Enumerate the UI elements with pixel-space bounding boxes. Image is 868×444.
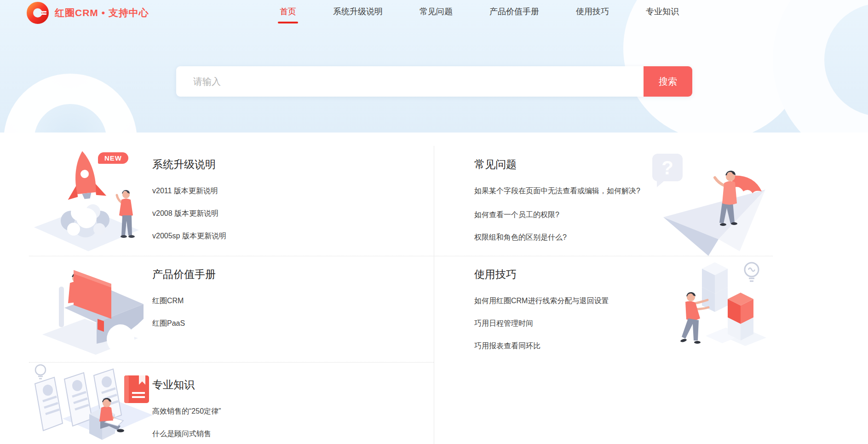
section-title: 专业知识 [152,377,401,392]
search-bar: 搜索 [176,66,692,97]
brand-title: 红圈CRM • 支持中心 [55,6,149,19]
support-center-page: CRM 红圈CRM • 支持中心 首页 系统升级说明 常见问题 产品价值手册 使… [0,0,868,444]
active-nav-underline [278,22,298,23]
article-link[interactable]: 红圈CRM [152,296,401,306]
search-button[interactable]: 搜索 [644,66,692,97]
section-title: 系统升级说明 [152,157,401,172]
article-link[interactable]: 权限组和角色的区别是什么? [474,232,655,242]
svg-text:?: ? [661,157,673,179]
search-input[interactable] [176,66,644,97]
nav-item-product-value[interactable]: 产品价值手册 [489,0,539,26]
rocket-launch-illustration [31,148,144,252]
new-badge: NEW [98,152,128,164]
column-divider [434,146,434,444]
article-link[interactable]: 如果某个字段在页面中无法查看或编辑，如何解决? [474,186,655,196]
svg-text:CRM: CRM [41,12,46,14]
nav-item-tips[interactable]: 使用技巧 [576,0,609,26]
section-faq: 常见问题 如果某个字段在页面中无法查看或编辑，如何解决? 如何查看一个员工的权限… [474,157,655,255]
article-link[interactable]: 红圈PaaS [152,318,401,329]
section-title: 常见问题 [474,157,655,172]
section-system-upgrade: 系统升级说明 v2011 版本更新说明 v2008 版本更新说明 v2005sp… [152,157,401,254]
red-ring-logo-icon: CRM [26,1,49,24]
brand-logo[interactable]: CRM 红圈CRM • 支持中心 [26,1,149,24]
article-link[interactable]: v2008 版本更新说明 [152,208,401,219]
building-blocks-illustration [661,258,766,351]
nav-item-faq[interactable]: 常见问题 [420,0,453,26]
decorative-ring [773,0,868,133]
nav-item-system-upgrade[interactable]: 系统升级说明 [333,0,383,26]
row-divider [29,362,434,363]
workstation-illustration [42,265,146,356]
decorative-ring [4,74,137,133]
content-area: NEW 系统升级说明 v2011 版本更新说明 v2008 版本更新说明 v20… [0,133,868,444]
section-knowledge: 专业知识 高效销售的“250定律” 什么是顾问式销售 [152,377,401,444]
article-link[interactable]: 什么是顾问式销售 [152,429,401,439]
main-nav: 首页 系统升级说明 常见问题 产品价值手册 使用技巧 专业知识 [280,0,679,26]
article-link[interactable]: v2011 版本更新说明 [152,186,401,196]
hero-banner: CRM 红圈CRM • 支持中心 首页 系统升级说明 常见问题 产品价值手册 使… [0,0,868,133]
section-title: 产品价值手册 [152,267,401,282]
article-link[interactable]: 如何查看一个员工的权限? [474,210,655,220]
paper-plane-hero-illustration: ? [650,147,768,257]
red-book-icon [124,375,149,403]
article-link[interactable]: v2005sp 版本更新说明 [152,231,401,241]
nav-item-knowledge[interactable]: 专业知识 [646,0,679,26]
article-link[interactable]: 高效销售的“250定律” [152,406,401,416]
nav-item-home[interactable]: 首页 [280,0,296,26]
section-product-value: 产品价值手册 红圈CRM 红圈PaaS [152,267,401,341]
knowledge-cards-illustration [30,363,153,444]
